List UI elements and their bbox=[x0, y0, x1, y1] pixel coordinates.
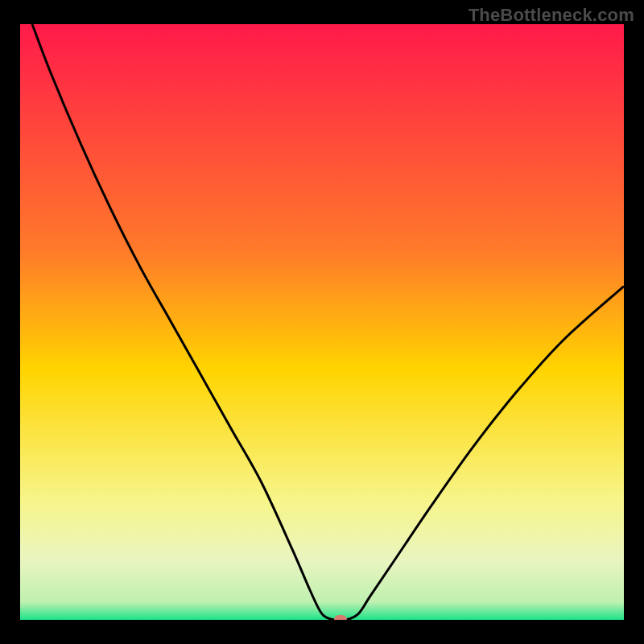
optimal-point-marker bbox=[334, 615, 347, 620]
plot-area bbox=[20, 24, 624, 620]
watermark-text: TheBottleneck.com bbox=[469, 5, 634, 26]
chart-container: TheBottleneck.com bbox=[0, 0, 644, 644]
bottleneck-curve bbox=[20, 24, 624, 620]
